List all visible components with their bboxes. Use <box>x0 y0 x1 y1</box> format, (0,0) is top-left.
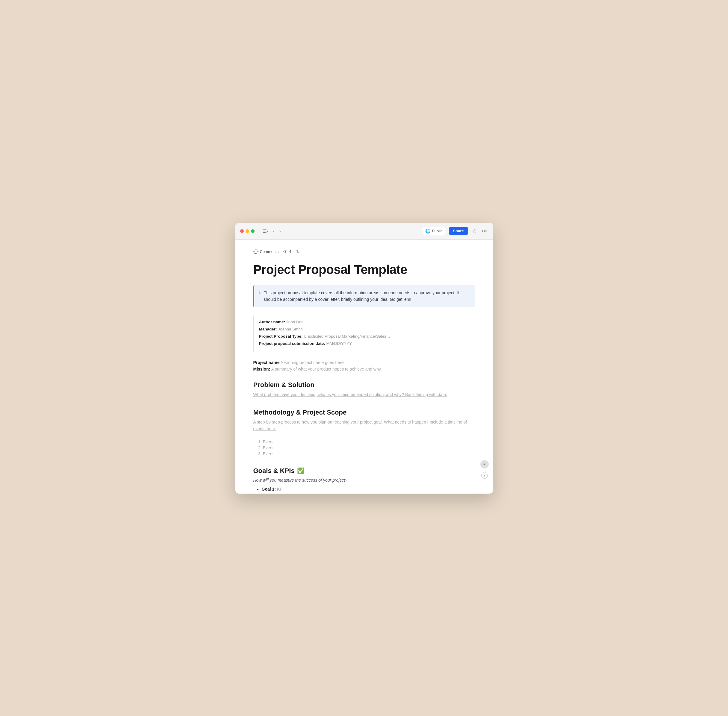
project-name-label: Project name <box>253 360 280 365</box>
date-row: Project proposal submission date: MM/DD/… <box>259 341 470 347</box>
goal-item-1: Goal 1: KPI <box>262 487 475 491</box>
problem-section: Problem & Solution What problem have you… <box>253 381 475 398</box>
goal-item-2: Goal 2: KPI <box>262 493 475 494</box>
problem-desc: What problem have you identified, what i… <box>253 391 475 398</box>
fab-icon[interactable]: ● <box>480 460 489 469</box>
refresh-button[interactable]: ↻ <box>296 249 300 254</box>
list-item: Event <box>263 451 475 456</box>
minimize-button[interactable] <box>246 229 249 233</box>
page-title: Project Proposal Template <box>253 262 475 277</box>
type-label: Project Proposal Type: <box>259 334 303 338</box>
mission-label: Mission: <box>253 367 271 372</box>
events-list: Event Event Event <box>253 440 475 456</box>
more-options-icon[interactable]: ••• <box>481 227 488 235</box>
methodology-desc: A step-by-step process to how you plan o… <box>253 419 475 432</box>
info-callout: ℹ This project proposal template covers … <box>253 285 475 307</box>
maximize-button[interactable] <box>251 229 255 233</box>
goal-2-value: KPI <box>277 493 284 494</box>
goal-1-value: KPI <box>277 487 284 491</box>
list-item: Event <box>263 445 475 450</box>
share-button[interactable]: Share <box>449 227 468 235</box>
list-item: Event <box>263 440 475 444</box>
mission-value: A summary of what your product hopes to … <box>271 367 381 372</box>
globe-icon: 🌐 <box>425 229 430 234</box>
goals-heading-row: Goals & KPIs ✅ <box>253 467 475 475</box>
titlebar-left: ☰› ‹ › <box>240 228 282 234</box>
goal-1-label: Goal 1: <box>262 487 276 491</box>
manager-value: Joanna Smith <box>278 327 303 331</box>
titlebar: ☰› ‹ › 🌐 Public Share ☆ ••• <box>236 223 493 240</box>
manager-row: Manager: Joanna Smith <box>259 326 470 332</box>
back-arrow-icon[interactable]: ‹ <box>272 228 275 234</box>
problem-heading: Problem & Solution <box>253 381 475 389</box>
goals-emoji: ✅ <box>297 467 305 475</box>
floating-actions: ● ? <box>480 460 489 479</box>
toolbar-row: 💬 Comments 👁 4 ↻ <box>253 247 475 254</box>
comments-label: Comments <box>260 249 279 254</box>
methodology-heading: Methodology & Project Scope <box>253 409 475 416</box>
project-name-row: Project name A winning project name goes… <box>253 360 475 365</box>
titlebar-right: 🌐 Public Share ☆ ••• <box>422 227 488 235</box>
close-button[interactable] <box>240 229 244 233</box>
goals-heading-text: Goals & KPIs <box>253 467 295 475</box>
info-icon: ℹ <box>259 290 261 303</box>
public-button[interactable]: 🌐 Public <box>422 227 445 235</box>
star-icon[interactable]: ☆ <box>471 227 478 235</box>
author-label: Author name: <box>259 320 286 324</box>
comments-button[interactable]: 💬 Comments <box>253 249 279 254</box>
methodology-section: Methodology & Project Scope A step-by-st… <box>253 409 475 456</box>
views-indicator: 👁 4 <box>283 249 291 254</box>
author-value: John Doe <box>286 320 304 324</box>
content-area: 💬 Comments 👁 4 ↻ Project Proposal Templa… <box>236 240 493 494</box>
comments-icon: 💬 <box>253 249 258 254</box>
mission-row: Mission: A summary of what your product … <box>253 367 475 372</box>
manager-label: Manager: <box>259 327 277 331</box>
app-window: ☰› ‹ › 🌐 Public Share ☆ ••• 💬 Comments 👁 <box>236 223 493 494</box>
traffic-lights <box>240 229 255 233</box>
eye-icon: 👁 <box>283 249 287 254</box>
author-row: Author name: John Doe <box>259 319 470 325</box>
type-value: Unsolicited Proposal Marketing/Finance/S… <box>304 334 390 338</box>
help-icon[interactable]: ? <box>481 472 488 479</box>
callout-text: This project proposal template covers al… <box>264 290 470 303</box>
nav-controls: ☰› ‹ › <box>262 228 282 234</box>
project-name-value: A winning project name goes here <box>281 360 344 365</box>
views-count: 4 <box>289 249 291 254</box>
date-label: Project proposal submission date: <box>259 341 325 346</box>
goals-list: Goal 1: KPI Goal 2: KPI <box>253 487 475 494</box>
forward-arrow-icon[interactable]: › <box>278 228 282 234</box>
fields-section: Project name A winning project name goes… <box>253 360 475 372</box>
goal-2-label: Goal 2: <box>262 493 276 494</box>
refresh-icon: ↻ <box>296 249 300 254</box>
date-value: MM/DD/YYYY <box>327 341 352 346</box>
public-label: Public <box>432 229 442 233</box>
type-row: Project Proposal Type: Unsolicited Propo… <box>259 334 470 340</box>
metadata-box: Author name: John Doe Manager: Joanna Sm… <box>253 316 475 352</box>
goals-italic: How will you measure the success of your… <box>253 478 475 482</box>
goals-section: Goals & KPIs ✅ How will you measure the … <box>253 467 475 494</box>
sidebar-toggle-icon[interactable]: ☰› <box>262 228 269 234</box>
